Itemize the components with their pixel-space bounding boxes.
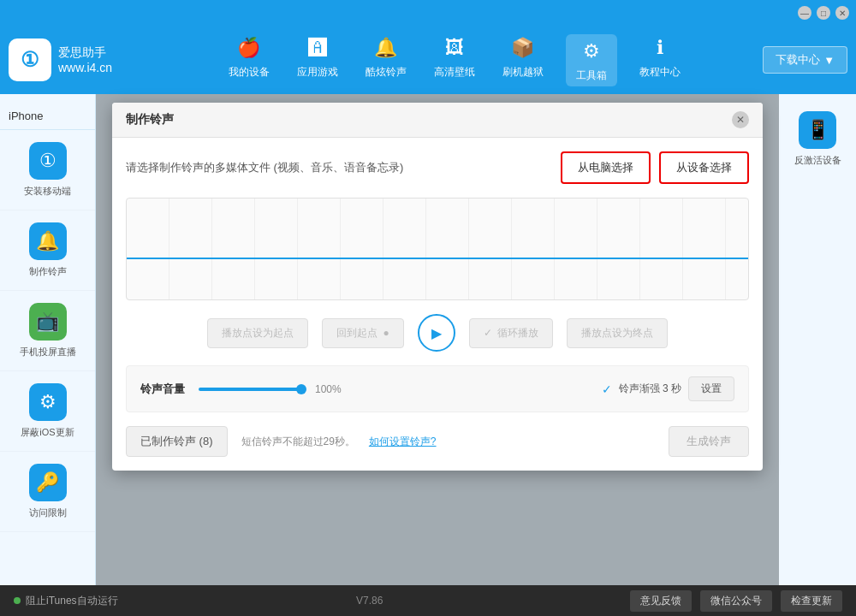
download-center-button[interactable]: 下载中心 ▼: [763, 46, 847, 74]
right-panel: 📱 反激活设备: [779, 94, 856, 585]
set-end-button[interactable]: 播放点设为终点: [567, 318, 668, 348]
check-icon: ✓: [484, 327, 492, 339]
nav-toolbox[interactable]: ⚙ 工具箱: [566, 34, 617, 86]
status-left: 阻止iTunes自动运行: [14, 594, 118, 608]
sidebar-item-block-ios-update[interactable]: ⚙ 屏蔽iOS更新: [0, 371, 95, 452]
statusbar: 阻止iTunes自动运行 V7.86 意见反馈 微信公众号 检查更新: [0, 585, 856, 616]
made-ringtones-button[interactable]: 已制作铃声 (8): [126, 426, 228, 457]
modal-overlay: 制作铃声 ✕ 请选择制作铃声的多媒体文件 (视频、音乐、语音备忘录) 从电脑选择: [96, 94, 779, 585]
app-icon: 🅰: [304, 34, 331, 62]
activate-device-icon: 📱: [799, 111, 836, 149]
waveform-grid: [127, 198, 748, 299]
sidebar-device-name: iPhone: [0, 103, 95, 130]
nav-wallpaper[interactable]: 🖼 高清壁纸: [429, 34, 480, 86]
box-icon: 📦: [509, 34, 537, 62]
modal-top-buttons: 从电脑选择 从设备选择: [561, 151, 749, 184]
modal-bottom-row: 已制作铃声 (8) 短信铃声不能超过29秒。 如何设置铃声? 生成铃声: [126, 426, 749, 457]
loop-button[interactable]: ✓ 循环播放: [469, 318, 553, 348]
check-update-button[interactable]: 检查更新: [781, 590, 842, 612]
modal-close-button[interactable]: ✕: [732, 111, 749, 128]
sidebar-item-screen-mirror[interactable]: 📺 手机投屏直播: [0, 291, 95, 371]
modal-dialog: 制作铃声 ✕ 请选择制作铃声的多媒体文件 (视频、音乐、语音备忘录) 从电脑选择: [112, 103, 763, 471]
install-app-icon: ①: [29, 142, 67, 180]
right-panel-activate-device[interactable]: 📱 反激活设备: [794, 111, 841, 167]
status-indicator: [14, 597, 21, 604]
screen-mirror-icon: 📺: [29, 303, 67, 341]
bell-icon: 🔔: [372, 34, 400, 62]
return-start-button[interactable]: 回到起点 ●: [322, 318, 403, 348]
content-area: 制作铃声 ✕ 请选择制作铃声的多媒体文件 (视频、音乐、语音备忘录) 从电脑选择: [96, 94, 779, 585]
nav-jailbreak[interactable]: 📦 刷机越狱: [497, 34, 549, 86]
waveform-line: [127, 258, 748, 259]
select-from-device-button[interactable]: 从设备选择: [659, 151, 749, 184]
ringtone-icon: 🔔: [29, 222, 67, 260]
nav-my-device[interactable]: 🍎 我的设备: [223, 34, 275, 86]
generate-ringtone-button[interactable]: 生成铃声: [669, 426, 749, 457]
modal-top-row: 请选择制作铃声的多媒体文件 (视频、音乐、语音备忘录) 从电脑选择 从设备选择: [126, 151, 749, 184]
nav-tutorial[interactable]: ℹ 教程中心: [634, 34, 686, 86]
volume-value: 100%: [315, 383, 342, 395]
play-button[interactable]: ▶: [418, 314, 455, 352]
download-arrow-icon: ▼: [823, 54, 835, 67]
nav-ringtone[interactable]: 🔔 酷炫铃声: [360, 34, 412, 86]
volume-slider[interactable]: [199, 388, 301, 391]
modal-description: 请选择制作铃声的多媒体文件 (视频、音乐、语音备忘录): [126, 160, 403, 175]
logo-text: 爱思助手 www.i4.cn: [58, 44, 112, 75]
modal-title: 制作铃声: [126, 112, 174, 127]
key-icon: 🔑: [29, 464, 67, 501]
header: ① 爱思助手 www.i4.cn 🍎 我的设备 🅰 应用游戏 🔔 酷炫铃声 🖼 …: [0, 26, 856, 94]
header-right: 下载中心 ▼: [763, 46, 847, 74]
select-from-pc-button[interactable]: 从电脑选择: [561, 151, 651, 184]
ring-duration-check: ✓: [602, 382, 612, 396]
modal-body: 请选择制作铃声的多媒体文件 (视频、音乐、语音备忘录) 从电脑选择 从设备选择: [112, 138, 763, 471]
logo-icon: ①: [9, 38, 51, 81]
close-window-button[interactable]: ✕: [835, 6, 849, 20]
gear-icon: ⚙: [578, 38, 605, 65]
block-update-icon: ⚙: [29, 383, 67, 421]
status-right: 意见反馈 微信公众号 检查更新: [630, 590, 842, 612]
dot-icon: ●: [383, 327, 389, 339]
modal-header: 制作铃声 ✕: [112, 103, 763, 138]
logo-area: ① 爱思助手 www.i4.cn: [9, 38, 146, 81]
version-label: V7.86: [356, 595, 383, 607]
ring-settings-button[interactable]: 设置: [688, 376, 734, 401]
titlebar: — □ ✕: [0, 0, 856, 26]
play-icon: ▶: [431, 325, 442, 341]
settings-row: 铃声音量 100% ✓ 铃声渐强 3 秒 设置: [126, 365, 749, 412]
waveform-area: [126, 198, 749, 300]
wechat-button[interactable]: 微信公众号: [700, 590, 772, 612]
apple-icon: 🍎: [235, 34, 263, 62]
sidebar: iPhone ① 安装移动端 🔔 制作铃声 📺 手机投屏直播 ⚙ 屏蔽iOS更新…: [0, 94, 96, 585]
nav-items: 🍎 我的设备 🅰 应用游戏 🔔 酷炫铃声 🖼 高清壁纸 📦 刷机越狱 ⚙ 工具箱…: [146, 34, 763, 86]
sidebar-item-install-app[interactable]: ① 安装移动端: [0, 130, 95, 210]
ring-duration-area: ✓ 铃声渐强 3 秒 设置: [602, 376, 734, 401]
volume-thumb: [296, 384, 306, 394]
stop-itunes-label: 阻止iTunes自动运行: [26, 594, 118, 608]
playback-controls: 播放点设为起点 回到起点 ● ▶ ✓ 循环播放: [126, 314, 749, 352]
main-content: iPhone ① 安装移动端 🔔 制作铃声 📺 手机投屏直播 ⚙ 屏蔽iOS更新…: [0, 94, 856, 585]
volume-label: 铃声音量: [140, 382, 185, 397]
ring-duration-text: 铃声渐强 3 秒: [619, 382, 681, 396]
maximize-button[interactable]: □: [817, 6, 830, 20]
info-icon: ℹ: [646, 34, 674, 62]
how-to-set-link[interactable]: 如何设置铃声?: [369, 435, 437, 449]
nav-app-game[interactable]: 🅰 应用游戏: [292, 34, 343, 86]
sidebar-item-make-ringtone[interactable]: 🔔 制作铃声: [0, 210, 95, 291]
info-text: 短信铃声不能超过29秒。: [241, 435, 355, 449]
minimize-button[interactable]: —: [798, 6, 811, 20]
wallpaper-icon: 🖼: [441, 34, 468, 62]
set-start-button[interactable]: 播放点设为起点: [207, 318, 308, 348]
feedback-button[interactable]: 意见反馈: [630, 590, 692, 612]
sidebar-item-access-limit[interactable]: 🔑 访问限制: [0, 452, 95, 532]
